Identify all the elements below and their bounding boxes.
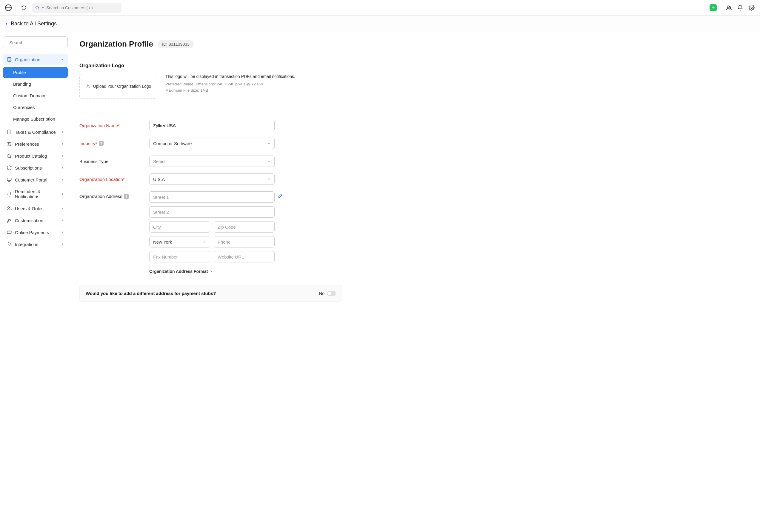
profile-form: Organization Name* Industry* ? Computer … xyxy=(71,114,357,280)
svg-point-12 xyxy=(8,207,10,208)
nav-taxes[interactable]: Taxes & Compliance xyxy=(3,126,68,138)
nav-online-payments[interactable]: Online Payments xyxy=(3,226,68,238)
sidebar-search[interactable] xyxy=(3,36,68,48)
help-icon[interactable]: ? xyxy=(99,141,104,146)
nav-label: Organization xyxy=(15,57,40,62)
organization-subitems: Profile Branding Custom Domain Currencie… xyxy=(3,67,68,124)
subnav-branding[interactable]: Branding xyxy=(3,78,68,90)
plug-icon xyxy=(7,242,12,247)
app-logo[interactable] xyxy=(5,4,12,11)
receipt-icon xyxy=(7,129,12,135)
upload-logo-button[interactable]: Upload Your Organization Logo xyxy=(79,74,157,99)
nav-users-roles[interactable]: Users & Roles xyxy=(3,203,68,214)
chevron-down-icon xyxy=(267,160,271,163)
city-input[interactable] xyxy=(149,221,210,232)
divider xyxy=(16,4,16,12)
subnav-manage-subscription[interactable]: Manage Subscription xyxy=(3,114,68,124)
chevron-right-icon xyxy=(61,192,64,196)
nav-label: Customisation xyxy=(15,218,43,223)
logo-section-title: Organization Logo xyxy=(79,63,752,69)
main-content: Organization Profile ID: 831139033 Organ… xyxy=(71,32,760,532)
street1-input[interactable] xyxy=(149,191,275,203)
nav-label: Product Catalog xyxy=(15,154,47,159)
chevron-right-icon xyxy=(61,142,64,146)
add-button[interactable] xyxy=(710,4,717,11)
logo-hint-dimensions: Preferred Image Dimensions: 240 × 240 pi… xyxy=(166,81,752,87)
org-name-input[interactable] xyxy=(149,120,275,131)
zip-input[interactable] xyxy=(214,221,275,232)
card-icon xyxy=(7,229,12,235)
logo-info: This logo will be displayed in transacti… xyxy=(166,74,752,94)
gear-icon[interactable] xyxy=(748,4,755,11)
stub-question: Would you like to add a different addres… xyxy=(86,291,319,296)
back-to-settings-link[interactable]: Back to All Settings xyxy=(5,21,57,27)
biz-type-select[interactable]: Select xyxy=(149,156,275,167)
nav-organization[interactable]: Organization xyxy=(3,54,68,65)
chevron-right-icon xyxy=(61,242,64,246)
chevron-left-icon xyxy=(5,22,8,26)
nav-subscriptions[interactable]: Subscriptions xyxy=(3,162,68,173)
chevron-down-icon xyxy=(267,177,271,181)
address-grid: New York xyxy=(149,191,275,263)
org-location-select[interactable]: U.S.A xyxy=(149,173,275,185)
chevron-down-icon xyxy=(267,141,271,145)
page-header: Organization Profile ID: 831139033 xyxy=(71,32,760,56)
svg-rect-11 xyxy=(7,178,11,181)
org-id-badge: ID: 831139033 xyxy=(158,40,194,48)
org-address-label: Organization Address ? xyxy=(79,191,144,199)
svg-point-2 xyxy=(727,6,729,8)
svg-point-1 xyxy=(36,6,38,9)
nav-reminders[interactable]: Reminders & Notifications xyxy=(3,186,68,202)
chevron-down-icon xyxy=(203,240,206,244)
global-search[interactable] xyxy=(32,3,121,13)
users-icon xyxy=(7,206,12,211)
industry-value: Computer Software xyxy=(153,141,192,146)
stub-toggle[interactable] xyxy=(327,291,336,296)
chevron-right-icon xyxy=(61,218,64,222)
help-icon[interactable]: ? xyxy=(124,194,129,199)
address-format-link[interactable]: Organization Address Format xyxy=(149,269,349,274)
chevron-right-icon xyxy=(61,166,64,169)
svg-point-10 xyxy=(10,145,11,146)
nav-label: Preferences xyxy=(15,141,39,147)
svg-rect-14 xyxy=(7,231,11,234)
industry-label: Industry* ? xyxy=(79,141,144,146)
svg-point-3 xyxy=(730,6,731,8)
subnav-profile[interactable]: Profile xyxy=(3,67,68,78)
state-select[interactable]: New York xyxy=(149,236,210,248)
street2-input[interactable] xyxy=(149,206,275,218)
bell-icon xyxy=(7,191,12,197)
subnav-currencies[interactable]: Currencies xyxy=(3,102,68,113)
org-location-label: Organization Location* xyxy=(79,177,144,182)
website-input[interactable] xyxy=(214,251,275,263)
nav-label: Users & Roles xyxy=(15,206,44,211)
nav-label: Online Payments xyxy=(15,230,49,235)
fax-input[interactable] xyxy=(149,251,210,263)
phone-input[interactable] xyxy=(214,236,275,248)
nav-customisation[interactable]: Customisation xyxy=(3,215,68,226)
nav-customer-portal[interactable]: Customer Portal xyxy=(3,174,68,185)
chevron-right-icon xyxy=(210,270,213,273)
state-value: New York xyxy=(153,239,172,245)
chevron-right-icon xyxy=(61,178,64,181)
edit-address-icon[interactable] xyxy=(278,194,282,199)
users-icon[interactable] xyxy=(725,4,733,11)
subnav-custom-domain[interactable]: Custom Domain xyxy=(3,90,68,101)
nav-label: Taxes & Compliance xyxy=(15,129,56,135)
divider xyxy=(721,4,721,12)
bell-icon[interactable] xyxy=(737,4,744,11)
global-search-input[interactable] xyxy=(46,5,119,10)
monitor-icon xyxy=(7,177,12,182)
industry-select[interactable]: Computer Software xyxy=(149,138,275,149)
logo-section: Organization Logo Upload Your Organizati… xyxy=(71,56,760,114)
settings-sidebar: Organization Profile Branding Custom Dom… xyxy=(0,32,71,532)
sidebar-search-input[interactable] xyxy=(9,40,66,45)
refresh-button[interactable] xyxy=(20,3,28,12)
nav-label: Customer Portal xyxy=(15,177,47,182)
chevron-right-icon xyxy=(61,130,64,134)
nav-product-catalog[interactable]: Product Catalog xyxy=(3,150,68,162)
nav-integrations[interactable]: Integrations xyxy=(3,239,68,250)
nav-preferences[interactable]: Preferences xyxy=(3,138,68,150)
building-icon xyxy=(7,57,12,62)
svg-point-13 xyxy=(10,207,11,208)
